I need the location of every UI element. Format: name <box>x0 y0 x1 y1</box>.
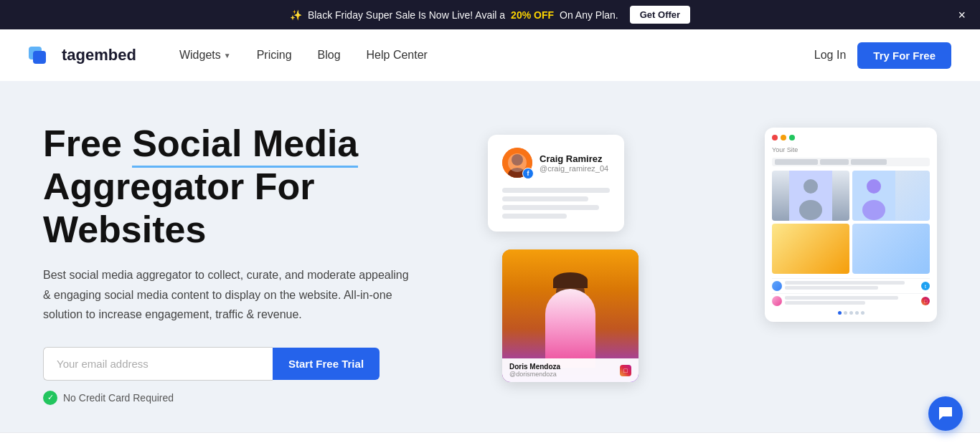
grid-cell-1 <box>772 171 849 221</box>
instagram-icon-2: □ <box>921 297 930 305</box>
carousel-dots <box>772 311 930 315</box>
facebook-badge: f <box>522 168 534 179</box>
announcement-emoji: ✨ <box>290 9 302 21</box>
profile-card-header: f Craig Ramirez @craig_ramirez_04 <box>502 148 610 178</box>
check-icon: ✓ <box>43 391 57 405</box>
hero-section: Free Social Media Aggregator For Website… <box>0 81 980 432</box>
grid-cell-3 <box>772 224 849 274</box>
profile-card: f Craig Ramirez @craig_ramirez_04 <box>488 135 624 232</box>
your-site-label: Your Site <box>772 146 930 153</box>
chat-button[interactable] <box>928 396 963 431</box>
instagram-icon: □ <box>620 365 631 376</box>
avatar-container: f <box>502 148 532 178</box>
tweet-text-1 <box>785 281 918 291</box>
profile-handle: @craig_ramirez_04 <box>540 164 608 173</box>
hero-description: Best social media aggregator to collect,… <box>43 265 416 324</box>
hero-title-highlight: Social Media <box>132 123 358 168</box>
ig-name: Doris Mendoza <box>509 363 560 371</box>
tweet-avatar-2 <box>772 296 782 306</box>
grid-cell-2 <box>852 171 930 221</box>
ig-user-info: Doris Mendoza @dorismendoza <box>509 363 560 378</box>
url-bar <box>772 158 930 166</box>
announcement-text-before: Black Friday Super Sale Is Now Live! Ava… <box>308 9 505 21</box>
person-body-shape <box>545 289 595 368</box>
nav-item-blog[interactable]: Blog <box>318 49 341 62</box>
person-svg-2 <box>852 171 895 221</box>
ig-handle: @dorismendoza <box>509 371 560 378</box>
no-credit-card-notice: ✓ No Credit Card Required <box>43 391 488 405</box>
profile-name: Craig Ramirez <box>540 153 608 164</box>
tweet-line-2a <box>785 296 898 300</box>
url-segment-3 <box>851 159 887 165</box>
hero-content: Free Social Media Aggregator For Website… <box>43 123 488 405</box>
profile-line-1 <box>502 188 610 193</box>
email-input[interactable] <box>43 347 273 381</box>
dot-nav-4 <box>855 311 859 315</box>
tweet-line-1a <box>785 281 905 285</box>
close-announcement-button[interactable]: × <box>958 9 966 22</box>
navbar-actions: Log In Try For Free <box>814 42 951 69</box>
brands-section: AMERICANEXPRESS a alphatheme SalisburyUn… <box>0 432 980 448</box>
browser-dots <box>772 135 930 140</box>
person-svg-1 <box>789 171 832 221</box>
logo-text: tagembed <box>62 46 136 65</box>
url-segment-1 <box>775 159 818 165</box>
logo-link[interactable]: tagembed <box>29 44 136 67</box>
chevron-down-icon: ▼ <box>224 52 231 59</box>
svg-point-10 <box>862 200 885 220</box>
url-segment-2 <box>820 159 849 165</box>
try-free-button[interactable]: Try For Free <box>857 42 951 69</box>
svg-point-9 <box>867 179 881 194</box>
profile-info: Craig Ramirez @craig_ramirez_04 <box>540 153 608 173</box>
announcement-text-after: On Any Plan. <box>560 9 618 21</box>
tweet-line-1b <box>785 286 878 290</box>
start-trial-button[interactable]: Start Free Trial <box>273 348 380 380</box>
grid-image-1 <box>772 171 849 221</box>
get-offer-button[interactable]: Get Offer <box>630 6 690 24</box>
login-button[interactable]: Log In <box>814 49 846 62</box>
chat-icon <box>938 406 953 421</box>
announcement-highlight: 20% OFF <box>511 9 554 21</box>
image-grid <box>772 171 930 274</box>
tweet-avatar-1 <box>772 281 782 291</box>
profile-line-2 <box>502 196 588 201</box>
hero-title: Free Social Media Aggregator For Website… <box>43 123 488 251</box>
svg-point-6 <box>804 179 818 194</box>
svg-point-3 <box>512 154 523 166</box>
nav-item-help-center[interactable]: Help Center <box>367 49 428 62</box>
svg-point-7 <box>799 200 822 220</box>
logo-icon <box>29 44 56 67</box>
tweet-row-1: t <box>772 278 930 293</box>
hero-title-free: Free <box>43 123 132 164</box>
nav-item-widgets[interactable]: Widgets ▼ <box>179 49 231 62</box>
tweet-row-2: □ <box>772 293 930 308</box>
profile-line-3 <box>502 205 599 210</box>
website-preview-panel: Your Site <box>765 128 937 322</box>
tweet-text-2 <box>785 296 918 306</box>
profile-line-4 <box>502 214 567 219</box>
svg-rect-1 <box>33 51 46 64</box>
dot-green <box>789 135 795 140</box>
social-post-card: Doris Mendoza @dorismendoza □ <box>502 249 639 382</box>
dot-nav-3 <box>849 311 853 315</box>
dot-nav-1 <box>838 311 842 315</box>
navbar: tagembed Widgets ▼ Pricing Blog Help Cen… <box>0 29 980 81</box>
dot-nav-2 <box>844 311 847 315</box>
twitter-icon: t <box>921 282 930 290</box>
dot-red <box>772 135 778 140</box>
dot-yellow <box>781 135 786 140</box>
profile-content-lines <box>502 188 610 219</box>
announcement-bar: ✨ Black Friday Super Sale Is Now Live! A… <box>0 0 980 29</box>
instagram-bar: Doris Mendoza @dorismendoza □ <box>502 358 639 382</box>
nav-item-pricing[interactable]: Pricing <box>257 49 292 62</box>
dot-nav-5 <box>861 311 864 315</box>
hero-visual: f Craig Ramirez @craig_ramirez_04 <box>488 128 937 400</box>
tweet-line-2b <box>785 301 865 305</box>
hero-form: Start Free Trial <box>43 347 488 381</box>
no-cc-text: No Credit Card Required <box>63 392 174 404</box>
grid-cell-4 <box>852 224 930 274</box>
nav-links: Widgets ▼ Pricing Blog Help Center <box>179 49 814 62</box>
hero-title-rest: Aggregator For Websites <box>43 166 314 250</box>
